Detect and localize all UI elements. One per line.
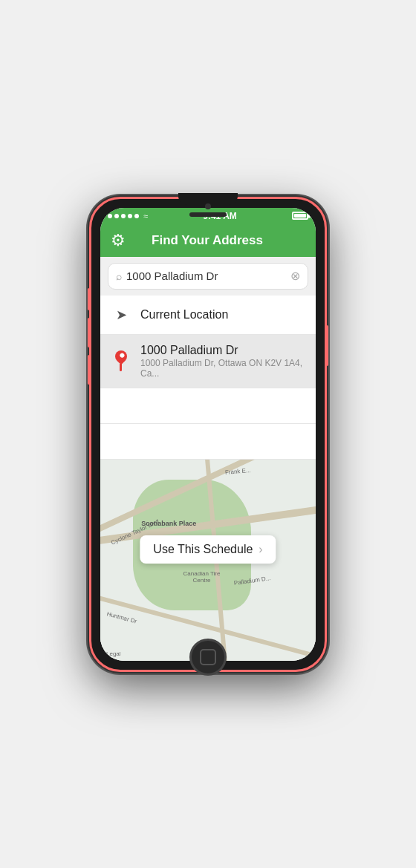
address-subtitle: 1000 Palladium Dr, Ottawa ON K2V 1A4, Ca… xyxy=(140,358,305,379)
signal-dot-4 xyxy=(128,214,132,218)
signal-area: ≈ xyxy=(108,212,148,221)
road-label-frank: Frank E... xyxy=(225,467,251,476)
power-button[interactable] xyxy=(325,325,328,366)
use-schedule-chevron-icon: › xyxy=(259,543,262,556)
road-label-huntmar: Huntmar Dr xyxy=(106,610,137,624)
phone-frame: ≈ 9:41 AM ⚙ Find Your Address ⌕ 1000 Pal… xyxy=(89,197,327,672)
search-container: ⌕ 1000 Palladium Dr ⊗ xyxy=(100,257,316,296)
use-schedule-button[interactable]: Use This Schedule › xyxy=(140,535,276,564)
arena-label: Scotiabank Place xyxy=(139,520,198,527)
current-location-icon: ➤ xyxy=(111,304,131,325)
screen: ≈ 9:41 AM ⚙ Find Your Address ⌕ 1000 Pal… xyxy=(100,208,316,661)
address-text: 1000 Palladium Dr 1000 Palladium Dr, Ott… xyxy=(140,344,305,379)
signal-dot-2 xyxy=(114,214,119,218)
camera xyxy=(205,203,211,209)
current-location-text: Current Location xyxy=(140,308,305,322)
list-item-current-location[interactable]: ➤ Current Location xyxy=(100,296,316,335)
map-area[interactable]: Cyclone Taylor Blvd Frank E... Palladium… xyxy=(100,460,316,661)
home-button-square xyxy=(200,649,216,665)
settings-icon[interactable]: ⚙ xyxy=(111,231,126,250)
address-pin-icon xyxy=(111,350,131,371)
search-bar[interactable]: ⌕ 1000 Palladium Dr ⊗ xyxy=(108,263,308,290)
battery-fill xyxy=(294,214,306,218)
current-location-title: Current Location xyxy=(140,308,305,322)
empty-row-2 xyxy=(100,424,316,460)
pin-tail xyxy=(120,364,122,371)
pin-body xyxy=(113,348,130,365)
speaker-grill xyxy=(189,212,227,217)
venue-label: Canadian Tire Centre xyxy=(176,570,228,584)
search-icon: ⌕ xyxy=(116,270,122,282)
signal-dot-5 xyxy=(134,214,139,218)
legal-text: Legal xyxy=(106,650,121,657)
results-list: ➤ Current Location 1000 Pall xyxy=(100,296,316,460)
home-button[interactable] xyxy=(189,639,227,676)
volume-down-button[interactable] xyxy=(88,318,91,347)
arrow-icon: ➤ xyxy=(116,307,127,323)
signal-dot-3 xyxy=(121,214,126,218)
signal-dot-1 xyxy=(108,214,112,218)
battery-indicator xyxy=(292,212,308,220)
clear-icon[interactable]: ⊗ xyxy=(290,269,300,283)
volume-up-button[interactable] xyxy=(88,288,91,310)
list-item-address[interactable]: 1000 Palladium Dr 1000 Palladium Dr, Ott… xyxy=(100,335,316,388)
use-schedule-label: Use This Schedule xyxy=(153,543,253,556)
nav-bar: ⚙ Find Your Address xyxy=(100,224,316,257)
address-title: 1000 Palladium Dr xyxy=(140,344,305,357)
pin-center-dot xyxy=(119,352,125,358)
mute-button[interactable] xyxy=(88,355,91,385)
page-title: Find Your Address xyxy=(126,233,289,248)
pin-container xyxy=(114,350,129,371)
search-input[interactable]: 1000 Palladium Dr xyxy=(126,270,286,282)
map-background: Cyclone Taylor Blvd Frank E... Palladium… xyxy=(100,460,316,661)
empty-row-1 xyxy=(100,388,316,424)
wifi-icon: ≈ xyxy=(143,212,148,221)
